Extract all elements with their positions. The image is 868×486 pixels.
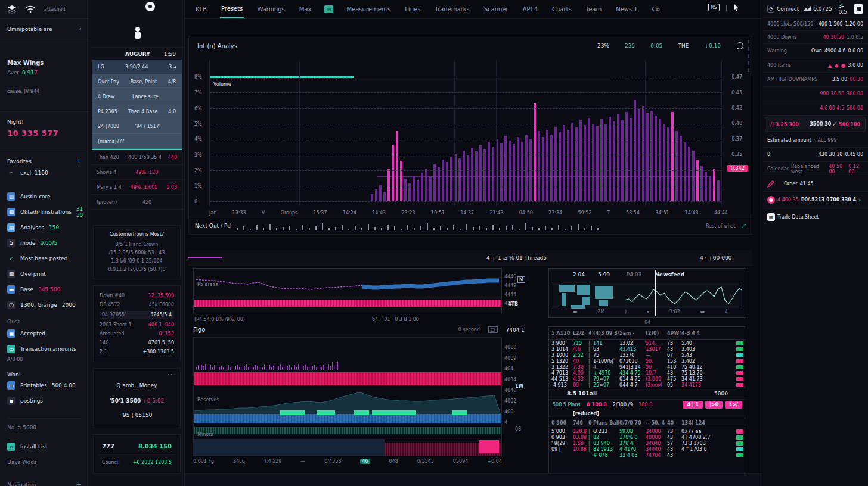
nav-item-trademarks[interactable]: Trademarks: [433, 1, 470, 18]
sidebar-item-oktadministrations[interactable]: ▦Oktadministrations31 50: [7, 204, 82, 220]
figo-control[interactable]: 0 second: [458, 327, 480, 332]
watchlist-selected-row[interactable]: Over PayBase, Point4/8: [92, 74, 182, 89]
news-tick[interactable]: ▬: [573, 309, 578, 314]
news-tick[interactable]: ▾: [647, 309, 649, 314]
down-row[interactable]: 2.1+300 1303.5: [100, 349, 174, 354]
photo-icon[interactable]: [854, 4, 863, 14]
table-row[interactable]: 3 13227.30|4.941|3.145041075 40.12: [549, 364, 746, 370]
news-tick[interactable]: 2M: [597, 309, 604, 314]
nav-item-charts[interactable]: Charts: [551, 1, 573, 18]
table-row[interactable]: # 07833 4 037470443: [549, 452, 746, 458]
more-dots-icon[interactable]: · · ·: [98, 372, 175, 378]
favorites-add-icon[interactable]: +: [76, 157, 82, 165]
down-row[interactable]: 04 37055'5245/5.4: [100, 311, 174, 319]
table-row[interactable]: ' 9(291.58|03 940370 4340405773 3 1703: [549, 440, 746, 446]
highlight-order-row[interactable]: /| 3.25 300 3500 30 ⟋ 500 100: [765, 117, 866, 132]
action-button[interactable]: 4 | 1: [683, 401, 703, 409]
news-tick[interactable]: 3:02: [669, 309, 680, 314]
nav-item-max[interactable]: Max: [298, 1, 313, 18]
nav-item-measurements[interactable]: Measurements: [345, 1, 392, 18]
watchlist-row[interactable]: Shows 449%. 120: [89, 165, 184, 180]
watchlist-row[interactable]: Than 420F400 1/50 35 4440: [89, 150, 184, 165]
layers-icon[interactable]: [7, 5, 17, 14]
sidebar-item-postings[interactable]: ▪postings: [7, 393, 82, 409]
action-button[interactable]: L>/: [725, 401, 742, 409]
active-position-row[interactable]: ● 4 400 35 P0/.5213 9700 330 4 ›: [762, 192, 868, 208]
watchlist-selected-row[interactable]: 24 (7000'94 / 1517': [92, 119, 182, 134]
sidebar-item-base[interactable]: ▬Base345 500: [7, 282, 82, 297]
main-chart-plot[interactable]: Volume 0.342 8%7%6%5%4%3%2%1%00.470.450.…: [209, 60, 722, 206]
navigation-add-icon[interactable]: +: [76, 481, 82, 486]
action-button[interactable]: |>0: [705, 401, 723, 409]
sidebar-item-analyses[interactable]: ▤Analyses150: [7, 220, 82, 235]
sidebar-item-1300-grange[interactable]: ○1300. Grange2000: [7, 297, 82, 313]
down-row[interactable]: Down #4012. 35 500: [100, 293, 174, 298]
wifi-icon[interactable]: [25, 5, 36, 13]
dot-icon[interactable]: ●: [841, 63, 846, 68]
nav-grid-icon[interactable]: ▦: [324, 5, 333, 13]
ob-cell: 75: [593, 353, 619, 358]
figo-chart[interactable]: Figo 0 second ▢ 7404 1 Reserves Minors 4…: [193, 326, 525, 473]
news-panel[interactable]: 2.04 5.99 . P4.03 Newsfeed ▬2M)▾3:02▬4 0…: [548, 268, 746, 318]
collapse-chevron-icon[interactable]: ‹: [79, 25, 82, 33]
watchlist-selected-row[interactable]: (mama)???: [92, 134, 182, 149]
pencil-icon[interactable]: [767, 180, 774, 188]
sidebar-item-most-base-posted[interactable]: ✓Most base posted: [7, 251, 82, 266]
timeline-scrubber[interactable]: Next Out / Pd Rest of what ⤢: [188, 217, 752, 235]
nav-item-warnings[interactable]: Warnings: [256, 1, 286, 18]
chevron-right-icon[interactable]: ›: [858, 197, 861, 203]
expand-icon[interactable]: ⤢: [742, 223, 746, 229]
nav-item-klb[interactable]: KLB: [194, 1, 208, 18]
table-row[interactable]: 4 70134.00|+ 4970434 4 7510.74375 13.70: [549, 370, 746, 376]
triangle-icon[interactable]: ▲: [828, 63, 832, 68]
watchlist-selected-row[interactable]: P4 2305Then 4 Base4.0: [92, 104, 182, 119]
app-logo[interactable]: [145, 2, 155, 11]
down-row[interactable]: 1400703.5. 50: [100, 340, 174, 345]
table-row[interactable]: 3 10144.6|6343.41313017433.403: [549, 346, 746, 352]
ob-cell: 73: [667, 341, 681, 346]
table-row[interactable]: -4 91309|25=07044 4 7(3xxx40534 4173: [549, 382, 746, 388]
table-row[interactable]: 09 |10.88|82 59134 417034440434 '' 1703 …: [549, 446, 746, 452]
cursor-icon[interactable]: [733, 4, 739, 11]
sidebar-item-printables[interactable]: ▭Printables500 4.00: [7, 378, 82, 393]
table-row[interactable]: 5 132040|1-100/6|07101050.1533.402: [549, 358, 746, 364]
user-icon[interactable]: [132, 26, 143, 39]
down-row[interactable]: DR 457245k F6000: [100, 302, 174, 307]
news-tick[interactable]: ): [625, 309, 627, 314]
favorites-item[interactable]: ✂ excl, 1100: [7, 165, 82, 180]
figo-box-icon[interactable]: ▢: [488, 326, 498, 333]
mid-corner-icon[interactable]: M: [517, 276, 525, 283]
sidebar-item-install-list[interactable]: ⌂ Install List: [7, 439, 82, 454]
watchlist-selected-row[interactable]: LG3:50/2 443 ◂: [92, 60, 182, 74]
table-row[interactable]: 3 10002.52|7513370—675.43: [549, 352, 746, 358]
down-row[interactable]: Amounted0: 152: [100, 331, 174, 337]
nav-item-scanner[interactable]: Scanner: [483, 1, 510, 18]
table-row[interactable]: 3 900715|14113.02514.735.40: [549, 340, 746, 346]
diamond-icon[interactable]: ◆: [835, 63, 839, 68]
watchlist-selected-row[interactable]: 4 DrawLance sure: [92, 89, 182, 104]
sidebar-item-transaction-amounts[interactable]: ▭Transaction amounts: [7, 341, 82, 357]
watchlist-row[interactable]: Mary s 1 449%. 1.0055.03: [89, 180, 184, 195]
refresh-icon[interactable]: [736, 42, 743, 49]
sidebar-item-accepted[interactable]: ▣Accepted: [7, 326, 82, 341]
nav-item-news-1[interactable]: News 1: [615, 1, 639, 18]
nav-item-co[interactable]: Co: [651, 1, 661, 18]
news-tick[interactable]: 4: [725, 309, 728, 314]
shortcut-badge[interactable]: RS: [708, 4, 720, 11]
nav-item-team[interactable]: Team: [585, 1, 603, 18]
sidebar-item-austin-core[interactable]: ▥Austin core: [7, 189, 82, 204]
down-row[interactable]: 2003 Shoot 1406.1 .040: [100, 322, 174, 328]
news-tick[interactable]: ▬: [700, 309, 705, 314]
nav-item-presets[interactable]: Presets: [220, 0, 244, 18]
table-row[interactable]: 0 90303.00|82170% 040000434 | 4708 2.77: [549, 434, 746, 440]
nav-item-lines[interactable]: Lines: [404, 1, 421, 18]
nav-item-api-4[interactable]: API 4: [522, 1, 539, 18]
table-row[interactable]: 44 5134.33|79=07014 4 75(3.00047534 41.7…: [549, 376, 746, 382]
trade-data-sheet-row[interactable]: ▦ Trade Data Sheet: [762, 208, 868, 225]
mid-chart[interactable]: P5 areas 4440444944444004 4TB M (P4.54 0…: [193, 268, 525, 324]
watchlist-row[interactable]: (proven)450: [89, 195, 184, 210]
sidebar-item-mode[interactable]: 5mode0.05/5: [7, 235, 82, 251]
scrollbar[interactable]: [748, 40, 749, 76]
sidebar-item-overprint[interactable]: ▦Overprint: [7, 266, 82, 282]
table-row[interactable]: 5 000120.8|O 23359.0834000730.(77 aa: [549, 428, 746, 434]
